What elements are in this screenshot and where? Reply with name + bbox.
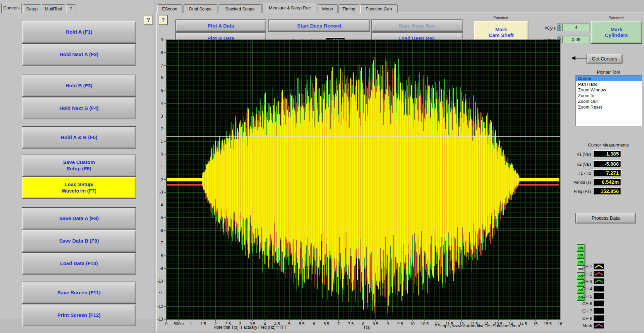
- offset-value: 0.09: [572, 37, 580, 42]
- tab-escope-label: EScope: [162, 6, 177, 11]
- cyls-spinner[interactable]: ▲▼: [557, 24, 561, 31]
- pointer-tool-pan-hand[interactable]: Pan Hand: [576, 81, 642, 87]
- svg-text:1: 1: [161, 139, 163, 144]
- print-screen-button[interactable]: Print Screen (F12): [22, 304, 136, 326]
- svg-text:9: 9: [161, 38, 163, 42]
- save-deep-rec-label: Save Deep Rec.: [399, 23, 436, 29]
- tab-multitool[interactable]: MultiTool: [42, 4, 65, 13]
- svg-text:14.5: 14.5: [519, 322, 527, 326]
- ch1-label: CH 1: [577, 264, 592, 269]
- svg-text:-8: -8: [159, 253, 163, 258]
- pointer-tool-cursor[interactable]: Cursor: [576, 76, 642, 81]
- pointer-tool-zoom-out[interactable]: Zoom Out: [576, 98, 642, 104]
- ch8-color-swatch[interactable]: [594, 315, 604, 321]
- ch4-color-swatch[interactable]: [594, 286, 604, 292]
- channel-toggle-2[interactable]: ON: [577, 251, 585, 258]
- hold-a-button[interactable]: Hold A (F1): [22, 21, 136, 43]
- plot-a-data-button[interactable]: Plot A Data: [175, 19, 266, 32]
- load-setup-waveform-button[interactable]: Load Setup/ Waveform (F7): [22, 177, 136, 199]
- svg-text:15.5: 15.5: [544, 322, 552, 326]
- tab-measure-deep-rec[interactable]: Measure & Deep Rec: [263, 3, 317, 13]
- tab-help[interactable]: ?: [66, 4, 76, 13]
- pointer-tool-zoom-in[interactable]: Zoom In: [576, 93, 642, 98]
- svg-text:8: 8: [161, 50, 163, 55]
- load-data-button[interactable]: Load Data (F10): [22, 252, 136, 275]
- hold-a-label: Hold A (F1): [66, 29, 92, 35]
- save-data-a-button[interactable]: Save Data A (F8): [22, 207, 136, 230]
- svg-text:-9: -9: [159, 266, 163, 271]
- tab-timing-label: Timing: [343, 6, 356, 11]
- tab-escope[interactable]: EScope: [157, 4, 183, 13]
- svg-text:-13: -13: [157, 317, 163, 322]
- cyls-field[interactable]: 4: [562, 24, 590, 31]
- patented-label-cam: Patented: [474, 16, 528, 20]
- save-data-b-button[interactable]: Save Data B (F9): [22, 230, 136, 252]
- mark-cylinders-button[interactable]: Mark Cylinders: [591, 21, 642, 44]
- deep-record-graph[interactable]: 0500m11.522.533.544.555.566.577.588.599.…: [145, 35, 565, 333]
- tab-setup-label: Setup: [26, 6, 38, 11]
- svg-text:1: 1: [190, 322, 192, 326]
- hold-a-and-b-button[interactable]: Hold A & B (F5): [22, 126, 136, 149]
- save-custom-setup-button[interactable]: Save Custom Setup (F6): [22, 155, 136, 177]
- freq-label: Freq (Hz): [571, 189, 591, 194]
- tab-stacked-scope[interactable]: Stacked Scope: [218, 4, 262, 13]
- svg-text:-12: -12: [157, 304, 163, 309]
- ch1-color-swatch[interactable]: [594, 263, 604, 269]
- save-screen-button[interactable]: Save Screen (F11): [22, 282, 136, 304]
- process-data-button[interactable]: Process Data: [575, 213, 636, 223]
- svg-text:-3: -3: [159, 190, 163, 195]
- load-data-label: Load Data (F10): [60, 260, 98, 267]
- ch6-color-swatch[interactable]: [594, 300, 604, 306]
- channel-toggle-1[interactable]: ON: [577, 244, 585, 251]
- ch3-color-swatch[interactable]: [594, 278, 604, 284]
- pointer-tool-zoom-window[interactable]: Zoom Window: [576, 87, 642, 93]
- get-cursors-label: Get Cursors: [592, 56, 617, 61]
- pointer-tool-zoom-window-label: Zoom Window: [578, 87, 606, 92]
- ch5-color-swatch[interactable]: [594, 293, 604, 299]
- cursor1-value: 1.385: [606, 151, 619, 157]
- cursor-arrow-icon: [571, 55, 588, 61]
- ch6-label: CH 6: [577, 301, 592, 306]
- cursor2-val-label: #2 (Val): [571, 162, 591, 167]
- svg-text:0: 0: [161, 152, 163, 157]
- tab-setup[interactable]: Setup: [23, 4, 41, 13]
- hold-next-a-button[interactable]: Hold Next A (F2): [22, 43, 136, 66]
- period-field: 6.542m: [593, 178, 621, 185]
- pointer-tool-label: Pointer Tool: [575, 70, 641, 75]
- freq-field: 152.856: [593, 188, 621, 195]
- patented-label-cyl: Patented: [591, 16, 641, 20]
- save-custom-setup-label: Save Custom Setup (F6): [63, 159, 95, 172]
- mark-color-swatch[interactable]: [594, 323, 604, 329]
- cursor-measurements-label: Cursor Measurments: [575, 142, 641, 148]
- save-deep-rec-button[interactable]: Save Deep Rec.: [371, 19, 463, 32]
- hold-b-button[interactable]: Hold B (F3): [22, 75, 136, 97]
- tab-meter[interactable]: Meter: [318, 4, 338, 13]
- tab-dual-scope[interactable]: Dual Scope: [183, 4, 217, 13]
- get-cursors-button[interactable]: Get Cursors: [587, 54, 622, 64]
- cursor1-val-field: 1.385: [593, 150, 621, 157]
- pointer-tool-zoom-reset-label: Zoom Reset: [578, 105, 602, 110]
- tab-controls[interactable]: Controls: [1, 3, 22, 13]
- hold-a-and-b-label: Hold A & B (F5): [61, 134, 97, 141]
- process-data-label: Process Data: [592, 215, 620, 221]
- svg-text:-10: -10: [157, 279, 163, 284]
- svg-text:9.5: 9.5: [397, 322, 403, 326]
- offset-field[interactable]: 0.09: [562, 36, 590, 43]
- hold-next-b-button[interactable]: Hold Next B (F4): [22, 97, 136, 119]
- ch2-color-swatch[interactable]: [594, 271, 604, 277]
- cursor-diff-field: 7.271: [593, 169, 621, 176]
- help-button-main[interactable]: ?: [159, 15, 168, 25]
- ch7-color-swatch[interactable]: [594, 308, 604, 314]
- start-deep-record-button[interactable]: Start Deep Record: [268, 19, 370, 32]
- pointer-tool-zoom-reset[interactable]: Zoom Reset: [576, 104, 642, 110]
- svg-text:3: 3: [161, 114, 163, 119]
- tab-meter-label: Meter: [322, 6, 333, 11]
- tab-function-gen[interactable]: Function Gen: [360, 4, 398, 13]
- period-label: Period (s): [571, 180, 591, 185]
- svg-text:Note that T(s) is actually Fre: Note that T(s) is actually Freq (Hz) if …: [214, 325, 287, 330]
- mark-cylinders-label: Mark Cylinders: [605, 27, 628, 38]
- help-button-left[interactable]: ?: [144, 15, 153, 25]
- tab-timing[interactable]: Timing: [338, 4, 359, 13]
- save-screen-label: Save Screen (F11): [57, 290, 100, 296]
- svg-text:6: 6: [161, 76, 163, 80]
